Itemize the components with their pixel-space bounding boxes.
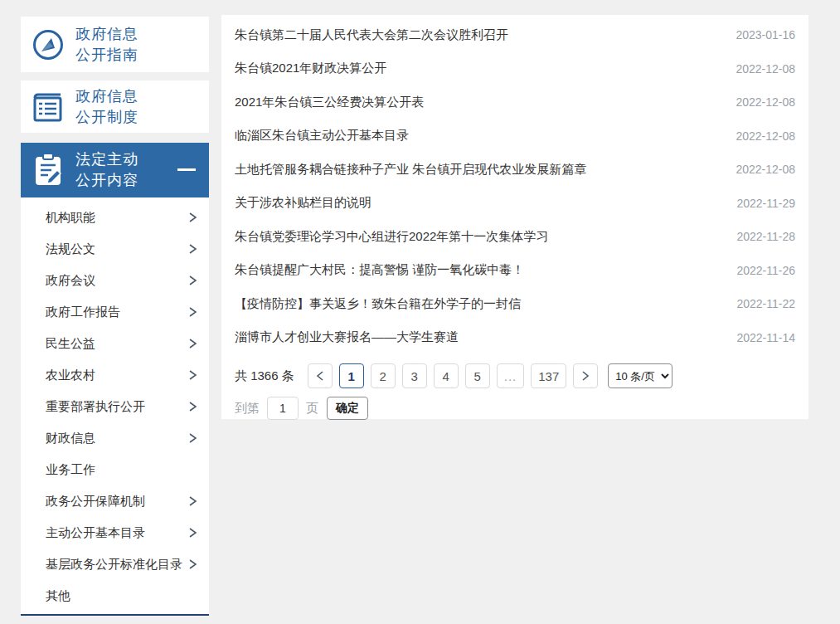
article-title[interactable]: 朱台镇提醒广大村民：提高警惕 谨防一氧化碳中毒！ xyxy=(235,262,726,278)
sidebar-item-system[interactable]: 政府信息 公开制度 xyxy=(21,80,209,133)
article-row[interactable]: 淄博市人才创业大赛报名——大学生赛道 2022-11-14 xyxy=(235,321,795,355)
article-title[interactable]: 【疫情防控】事关返乡！致朱台籍在外学子的一封信 xyxy=(235,296,726,312)
sidebar-item-regulations[interactable]: 法规公文 xyxy=(21,233,209,265)
article-row[interactable]: 关于涉农补贴栏目的说明 2022-11-29 xyxy=(235,187,795,221)
article-title[interactable]: 朱台镇党委理论学习中心组进行2022年第十一次集体学习 xyxy=(235,229,726,245)
page-button-5[interactable]: 5 xyxy=(465,363,490,388)
page-button-2[interactable]: 2 xyxy=(371,363,396,388)
article-title[interactable]: 淄博市人才创业大赛报名——大学生赛道 xyxy=(235,329,726,345)
sidebar-item-business-work[interactable]: 业务工作 xyxy=(21,454,209,485)
chevron-right-icon xyxy=(581,371,590,381)
chevron-right-icon xyxy=(188,275,197,285)
article-row[interactable]: 朱台镇第二十届人民代表大会第二次会议胜利召开 2023-01-16 xyxy=(235,18,795,52)
clipboard-pencil-icon xyxy=(21,152,75,188)
sidebar-item-work-report[interactable]: 政府工作报告 xyxy=(21,296,209,328)
article-date: 2022-11-14 xyxy=(736,331,795,344)
article-title[interactable]: 土地托管服务耦合链接种子产业 朱台镇开启现代农业发展新篇章 xyxy=(235,162,726,178)
page-ellipsis[interactable]: ... xyxy=(497,363,525,388)
sidebar-item-agriculture[interactable]: 农业农村 xyxy=(21,359,209,391)
sidebar-item-statutory-disclosure[interactable]: 法定主动 公开内容 xyxy=(21,143,209,197)
sidebar-item-livelihood[interactable]: 民生公益 xyxy=(21,328,209,359)
article-date: 2022-11-29 xyxy=(736,197,795,210)
page-size-select[interactable]: 10 条/页 xyxy=(608,363,672,388)
page-button-1[interactable]: 1 xyxy=(339,363,364,388)
chevron-right-icon xyxy=(188,402,197,412)
sidebar-item-grassroots-catalog[interactable]: 基层政务公开标准化目录 xyxy=(21,548,209,580)
page-button-4[interactable]: 4 xyxy=(434,363,459,388)
next-page-button[interactable] xyxy=(573,363,598,388)
article-title[interactable]: 朱台镇2021年财政决算公开 xyxy=(235,61,726,76)
article-row[interactable]: 朱台镇党委理论学习中心组进行2022年第十一次集体学习 2022-11-28 xyxy=(235,220,795,254)
article-date: 2022-12-08 xyxy=(736,129,795,143)
article-date: 2022-11-28 xyxy=(736,230,795,243)
chevron-right-icon xyxy=(188,212,197,222)
article-row[interactable]: 朱台镇提醒广大村民：提高警惕 谨防一氧化碳中毒！ 2022-11-26 xyxy=(235,254,795,288)
sidebar-item-org-functions[interactable]: 机构职能 xyxy=(21,202,209,233)
minus-icon[interactable] xyxy=(177,168,196,171)
ledger-icon xyxy=(21,90,75,124)
sidebar-item-guide-label: 政府信息 公开指南 xyxy=(75,24,138,66)
article-date: 2022-12-08 xyxy=(736,163,795,176)
sidebar-submenu: 机构职能 法规公文 政府会议 政府工作报告 民生公益 农业农村 xyxy=(21,197,209,616)
chevron-right-icon xyxy=(188,433,197,443)
article-row[interactable]: 土地托管服务耦合链接种子产业 朱台镇开启现代农业发展新篇章 2022-12-08 xyxy=(235,153,795,187)
sidebar-item-statutory-label: 法定主动 公开内容 xyxy=(75,149,138,191)
article-date: 2022-12-08 xyxy=(736,95,795,109)
article-row[interactable]: 2021年朱台镇三公经费决算公开表 2022-12-08 xyxy=(235,85,795,119)
chevron-right-icon xyxy=(188,244,197,254)
article-row[interactable]: 【疫情防控】事关返乡！致朱台籍在外学子的一封信 2022-11-22 xyxy=(235,287,795,321)
total-count-label: 共 1366 条 xyxy=(235,368,294,384)
page-button-3[interactable]: 3 xyxy=(402,363,427,388)
page: 政府信息 公开指南 政府信息 公开制度 xyxy=(0,0,840,624)
chevron-right-icon xyxy=(188,559,197,569)
compass-icon xyxy=(21,27,75,62)
sidebar-item-system-label: 政府信息 公开制度 xyxy=(75,86,138,128)
article-title[interactable]: 2021年朱台镇三公经费决算公开表 xyxy=(235,95,726,110)
article-date: 2022-12-08 xyxy=(736,62,795,76)
sidebar-item-guide[interactable]: 政府信息 公开指南 xyxy=(21,17,209,72)
jump-prefix-label: 到第 xyxy=(235,401,260,417)
chevron-left-icon xyxy=(316,371,324,381)
chevron-right-icon xyxy=(188,370,197,380)
article-row[interactable]: 临淄区朱台镇主动公开基本目录 2022-12-08 xyxy=(235,119,795,154)
jump-suffix-label: 页 xyxy=(306,401,318,417)
chevron-right-icon xyxy=(188,528,197,538)
sidebar-item-fiscal-info[interactable]: 财政信息 xyxy=(21,422,209,454)
article-list-panel: 朱台镇第二十届人民代表大会第二次会议胜利召开 2023-01-16 朱台镇202… xyxy=(221,15,808,419)
article-title[interactable]: 关于涉农补贴栏目的说明 xyxy=(235,195,726,211)
article-date: 2022-11-26 xyxy=(736,264,795,277)
article-date: 2022-11-22 xyxy=(736,297,795,310)
sidebar-item-basic-catalog[interactable]: 主动公开基本目录 xyxy=(21,517,209,548)
page-button-137[interactable]: 137 xyxy=(531,363,566,388)
article-title[interactable]: 临淄区朱台镇主动公开基本目录 xyxy=(235,128,726,144)
sidebar-item-openness-guarantee[interactable]: 政务公开保障机制 xyxy=(21,485,209,517)
sidebar-item-key-deployments[interactable]: 重要部署执行公开 xyxy=(21,391,209,422)
prev-page-button[interactable] xyxy=(308,363,333,388)
chevron-right-icon xyxy=(188,307,197,317)
chevron-right-icon xyxy=(188,496,197,506)
page-jump: 到第 页 确定 xyxy=(235,397,795,420)
confirm-button[interactable]: 确定 xyxy=(327,397,368,420)
article-date: 2023-01-16 xyxy=(736,28,795,41)
pagination: 共 1366 条 1 2 3 4 5 ... 137 10 条/页 xyxy=(235,363,795,388)
chevron-right-icon xyxy=(188,339,197,349)
jump-page-input[interactable] xyxy=(267,397,299,420)
article-row[interactable]: 朱台镇2021年财政决算公开 2022-12-08 xyxy=(235,52,795,86)
article-title[interactable]: 朱台镇第二十届人民代表大会第二次会议胜利召开 xyxy=(235,27,726,43)
sidebar-item-other[interactable]: 其他 xyxy=(21,580,209,612)
sidebar-item-gov-meetings[interactable]: 政府会议 xyxy=(21,265,209,296)
